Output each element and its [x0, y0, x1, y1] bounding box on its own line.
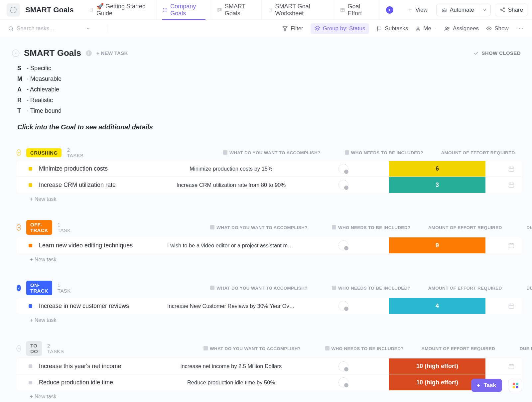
task-accomplish: Reduce production idle time by 50% — [165, 379, 298, 386]
space-icon[interactable] — [7, 3, 20, 17]
share-icon — [500, 7, 505, 13]
collapse-list[interactable] — [12, 50, 19, 57]
filter-button[interactable]: Filter — [282, 25, 303, 32]
tab-smart-goals[interactable]: SMART Goals — [211, 0, 261, 20]
subtasks-button[interactable]: Subtasks — [376, 25, 408, 32]
svg-point-21 — [443, 10, 444, 10]
add-assignee-icon[interactable] — [338, 361, 348, 371]
person-icon — [415, 26, 421, 31]
status-square[interactable] — [29, 304, 32, 308]
text-icon — [332, 225, 336, 229]
smart-definition: S- SpecificM- MeasurableA- AchievableR- … — [17, 63, 522, 116]
chevron-down-icon[interactable] — [86, 26, 90, 31]
show-button[interactable]: Show — [486, 25, 509, 32]
apps-button[interactable] — [509, 379, 522, 392]
svg-marker-31 — [283, 27, 287, 31]
task-assignee[interactable] — [298, 301, 389, 311]
new-task-fab[interactable]: Task — [471, 379, 502, 392]
show-closed-toggle[interactable]: SHOW CLOSED — [473, 50, 521, 56]
svg-line-30 — [12, 30, 13, 31]
status-pill[interactable]: ON-TRACK — [26, 281, 52, 295]
task-assignee[interactable] — [298, 240, 389, 250]
add-assignee-icon[interactable] — [338, 377, 348, 387]
new-task-header[interactable]: + NEW TASK — [96, 50, 128, 56]
task-row[interactable]: Increase CRM utilization rateIncrease CR… — [17, 177, 522, 193]
group-collapse[interactable] — [17, 224, 21, 231]
task-effort[interactable]: 10 (high effort) — [389, 358, 485, 374]
svg-marker-32 — [315, 26, 320, 29]
new-task-row[interactable]: + New task — [17, 390, 522, 400]
task-row[interactable]: Minimize production costsMinimize produc… — [17, 161, 522, 177]
share-button[interactable]: Share — [495, 4, 528, 16]
task-due[interactable] — [485, 303, 522, 309]
status-pill[interactable]: CRUSHING — [26, 148, 62, 157]
task-effort[interactable]: 6 — [389, 161, 485, 177]
add-assignee-icon[interactable] — [338, 180, 348, 190]
text-icon — [203, 346, 208, 350]
task-name: Learn new video editing techniques — [39, 242, 165, 249]
new-task-row[interactable]: + New task — [17, 253, 522, 263]
column-headers: WHAT DO YOU WANT TO ACCOMPLISH?WHO NEEDS… — [76, 225, 532, 230]
status-square[interactable] — [29, 183, 32, 187]
add-assignee-icon[interactable] — [338, 240, 348, 250]
task-effort[interactable]: 9 — [389, 237, 485, 253]
tab--getting-started-guide[interactable]: 🚀 Getting Started Guide — [83, 0, 156, 20]
status-square[interactable] — [29, 167, 32, 171]
add-view-button[interactable]: View — [403, 4, 432, 16]
add-assignee-icon[interactable] — [338, 164, 348, 174]
list-toolbar: Filter Group by: Status Subtasks Me · As… — [0, 20, 532, 37]
group-collapse[interactable] — [17, 345, 21, 352]
search[interactable] — [8, 25, 101, 32]
task-name: Minimize production costs — [39, 165, 165, 172]
new-task-row[interactable]: + New task — [17, 193, 522, 202]
tab-goal-effort[interactable]: Goal Effort — [334, 0, 376, 20]
status-square[interactable] — [29, 381, 32, 384]
task-due[interactable] — [485, 242, 522, 249]
task-name: Increase CRM utilization rate — [39, 182, 165, 189]
add-assignee-icon[interactable] — [338, 301, 348, 311]
status-pill[interactable]: TO DO — [26, 341, 42, 356]
eye-icon — [486, 26, 492, 31]
tab-company-goals[interactable]: Company Goals — [157, 0, 211, 20]
automate-button[interactable]: Automate — [436, 4, 479, 16]
task-assignee[interactable] — [298, 377, 389, 387]
top-actions: View Automate Share — [403, 4, 528, 16]
status-pill[interactable]: OFF-TRACK — [26, 220, 52, 235]
task-due[interactable] — [485, 363, 522, 370]
task-effort[interactable]: 3 — [389, 177, 485, 193]
task-row[interactable]: Learn new video editing techniquesI wish… — [17, 237, 522, 253]
svg-point-33 — [377, 27, 378, 28]
space-title: SMART Goals — [25, 6, 73, 14]
task-due[interactable] — [485, 182, 522, 188]
svg-line-27 — [501, 8, 503, 9]
svg-rect-10 — [219, 8, 220, 10]
group-collapse[interactable] — [17, 149, 21, 156]
task-assignee[interactable] — [298, 361, 389, 371]
group-collapse[interactable] — [17, 285, 21, 291]
more-menu[interactable]: ··· — [516, 24, 524, 33]
plus-icon — [476, 383, 481, 388]
task-row[interactable]: Increase in new customer reviewsIncrease… — [17, 298, 522, 314]
group-by-pill[interactable]: Group by: Status — [311, 23, 369, 34]
people-icon — [444, 26, 450, 32]
task-effort[interactable]: 4 — [389, 298, 485, 314]
task-assignee[interactable] — [298, 164, 389, 174]
tab-more[interactable] — [380, 0, 399, 20]
task-row[interactable]: Reduce production idle timeReduce produc… — [17, 374, 522, 390]
assignees-button[interactable]: Assignees — [444, 25, 479, 32]
status-square[interactable] — [29, 364, 32, 368]
search-input[interactable] — [17, 25, 73, 32]
task-row[interactable]: Increase this year's net incomeincrease … — [17, 358, 522, 374]
subtasks-icon — [376, 26, 382, 31]
svg-point-8 — [164, 11, 164, 11]
svg-rect-11 — [221, 8, 221, 11]
text-icon — [332, 286, 336, 290]
tab-smart-goal-worksheet[interactable]: SMART Goal Worksheet — [261, 0, 334, 20]
automate-dropdown[interactable] — [479, 4, 491, 16]
task-due[interactable] — [485, 166, 522, 172]
me-button[interactable]: Me · — [415, 25, 437, 32]
task-assignee[interactable] — [298, 180, 389, 190]
info-icon[interactable]: i — [86, 50, 92, 56]
status-square[interactable] — [29, 244, 32, 247]
new-task-row[interactable]: + New task — [17, 314, 522, 323]
